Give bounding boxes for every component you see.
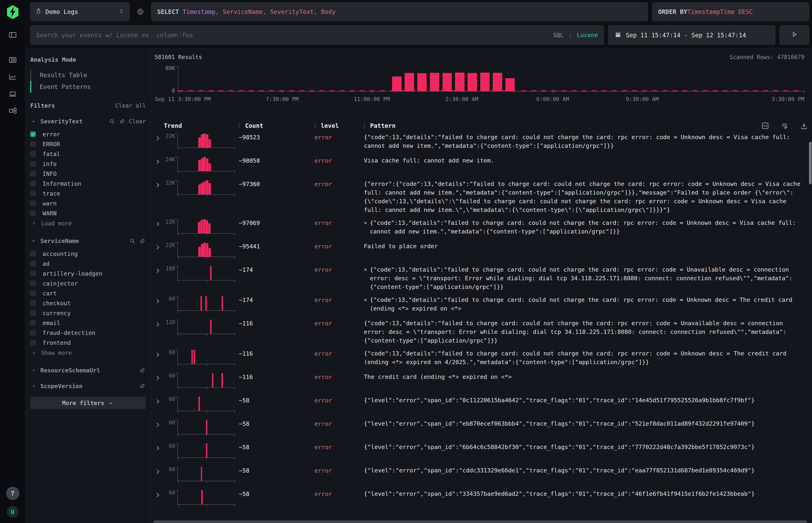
hyperdx-logo-icon[interactable] [5, 4, 20, 20]
checkbox-unchecked[interactable] [30, 141, 36, 147]
row-expand-icon[interactable] [155, 218, 164, 228]
pattern-text[interactable]: {"code":13,"details":"failed to charge c… [364, 349, 808, 366]
row-expand-icon[interactable] [155, 466, 164, 475]
table-row[interactable]: 22K~97069error×{"code":13,"details":"fai… [155, 216, 808, 239]
horizontal-scrollbar-thumb[interactable] [153, 520, 807, 523]
pattern-text[interactable]: {"code":13,"details":"failed to charge c… [370, 295, 808, 313]
histogram-bar[interactable] [455, 73, 464, 91]
table-row[interactable]: 180~174error×{"code":13,"details":"faile… [155, 263, 808, 293]
vertical-scrollbar[interactable] [809, 130, 812, 523]
avatar[interactable]: U [7, 506, 19, 518]
pattern-text[interactable]: Failed to place order [364, 242, 443, 251]
checkbox-unchecked[interactable] [30, 310, 36, 316]
histogram-bar[interactable] [392, 76, 402, 91]
row-expand-icon[interactable] [155, 132, 164, 142]
date-range-picker[interactable]: Sep 11 15:47:14 - Sep 12 15:47:14 [608, 25, 775, 45]
pattern-text[interactable]: {"code":13,"details":"failed to charge c… [364, 133, 808, 150]
row-expand-icon[interactable] [155, 318, 164, 328]
checkbox-unchecked[interactable] [30, 191, 36, 196]
checkbox-unchecked[interactable] [30, 161, 36, 166]
chart-icon[interactable] [8, 72, 17, 82]
histogram-bar[interactable] [493, 73, 502, 91]
histogram-bar[interactable] [506, 78, 515, 91]
exclude-icon[interactable]: × [364, 295, 367, 313]
pattern-text[interactable]: {"error":{"code":13,"details":"failed to… [364, 180, 808, 214]
order-by-input[interactable]: ORDER BY TimestampTime DESC [652, 2, 809, 21]
pattern-text[interactable]: {"level":"error","span_id":"334357bae9ed… [364, 489, 760, 498]
mode-lucene[interactable]: Lucene [577, 32, 598, 38]
chevron-right-icon[interactable] [30, 367, 37, 374]
pattern-text[interactable]: {"level":"error","span_id":"eb870ecef063… [364, 419, 760, 428]
table-row[interactable]: 22K~95441errorFailed to place order [155, 239, 808, 263]
panel-toggle-icon[interactable] [8, 30, 17, 39]
pattern-text[interactable]: {"level":"error","span_id":"6b64c6c58842… [364, 443, 760, 451]
column-drag-handle[interactable] [314, 122, 315, 129]
clear-filter-button[interactable]: Clear [129, 118, 146, 125]
filter-option-email[interactable]: email [30, 318, 146, 328]
code-icon[interactable] [761, 122, 769, 130]
pattern-text[interactable]: The credit card (ending <*> expired on <… [364, 373, 517, 381]
chevron-down-icon[interactable] [30, 118, 37, 125]
pattern-text[interactable]: {"code":13,"details":"failed to charge c… [364, 319, 808, 345]
row-expand-icon[interactable] [155, 489, 164, 499]
histogram-bar[interactable] [442, 73, 452, 91]
checkbox-unchecked[interactable] [30, 340, 36, 345]
column-drag-handle[interactable] [239, 122, 240, 129]
chevron-down-icon[interactable] [30, 237, 37, 245]
table-row[interactable]: 22K~97360error{"error":{"code":13,"detai… [155, 177, 808, 216]
filter-option-warn[interactable]: warn [30, 198, 146, 208]
row-expand-icon[interactable] [155, 372, 164, 382]
run-query-button[interactable] [780, 25, 809, 45]
table-row[interactable]: 60~174error×{"code":13,"details":"failed… [155, 293, 808, 316]
column-header-trend[interactable]: Trend [164, 122, 239, 129]
filter-option-fatal[interactable]: fatal [30, 149, 146, 159]
filter-option-information[interactable]: Information [30, 179, 146, 188]
filter-option-currency[interactable]: currency [30, 308, 146, 318]
analysis-mode-event-patterns[interactable]: Event Patterns [30, 81, 146, 92]
row-expand-icon[interactable] [155, 241, 164, 251]
sql-select-input[interactable]: SELECT Timestamp, ServiceName, SeverityT… [151, 2, 648, 21]
checkbox-unchecked[interactable] [30, 281, 36, 286]
column-header-level[interactable]: level [314, 122, 364, 129]
pin-icon[interactable] [139, 367, 146, 374]
checkbox-unchecked[interactable] [30, 290, 36, 296]
checkbox-unchecked[interactable] [30, 261, 36, 266]
pattern-text[interactable]: Visa cache full: cannot add new item. [364, 156, 499, 165]
analysis-mode-results-table[interactable]: Results Table [30, 69, 146, 81]
row-expand-icon[interactable] [155, 265, 164, 275]
filter-group-header[interactable]: SeverityTextClear [30, 118, 146, 125]
table-row[interactable]: 24K~98058errorVisa cache full: cannot ad… [155, 154, 808, 177]
column-header-pattern[interactable]: Pattern [364, 122, 808, 130]
table-row[interactable]: 60~116error{"code":13,"details":"failed … [155, 347, 808, 370]
filter-option-warn[interactable]: WARN [30, 208, 146, 218]
filter-option-cainjector[interactable]: cainjector [30, 278, 146, 288]
filter-option-accounting[interactable]: accounting [30, 249, 146, 259]
pin-icon[interactable] [139, 237, 146, 245]
table-row[interactable]: 60~58error{"level":"error","span_id":"33… [155, 487, 808, 510]
row-expand-icon[interactable] [155, 395, 164, 405]
histogram-bar[interactable] [467, 73, 477, 91]
histogram-bar[interactable] [430, 73, 439, 91]
filter-option-cart[interactable]: cart [30, 288, 146, 298]
checkbox-checked[interactable] [30, 131, 36, 137]
filter-option-error[interactable]: ERROR [30, 139, 146, 149]
filter-option-checkout[interactable]: checkout [30, 298, 146, 308]
histogram-bar[interactable] [405, 73, 414, 91]
wrap-text-icon[interactable] [780, 122, 789, 130]
table-row[interactable]: 60~116errorThe credit card (ending <*> e… [155, 370, 808, 393]
clear-all-button[interactable]: Clear all [115, 103, 146, 109]
row-expand-icon[interactable] [155, 295, 164, 305]
checkbox-unchecked[interactable] [30, 201, 36, 206]
checkbox-unchecked[interactable] [30, 251, 36, 256]
gear-icon[interactable] [134, 2, 147, 21]
filter-option-error[interactable]: error [30, 129, 146, 139]
load-more-button[interactable]: Load more [30, 218, 146, 229]
filter-option-artillery-loadgen[interactable]: artillery-loadgen [30, 269, 146, 278]
checkbox-unchecked[interactable] [30, 271, 36, 276]
checkbox-unchecked[interactable] [30, 211, 36, 216]
dashboard-icon[interactable] [8, 89, 17, 98]
filter-option-frontend[interactable]: frontend [30, 338, 146, 348]
histogram-plot[interactable]: Sep 11 3:30:00 PM7:30:00 PM11:00:00 PM2:… [178, 67, 804, 91]
row-expand-icon[interactable] [155, 156, 164, 166]
column-header-count[interactable]: Count [239, 122, 314, 129]
